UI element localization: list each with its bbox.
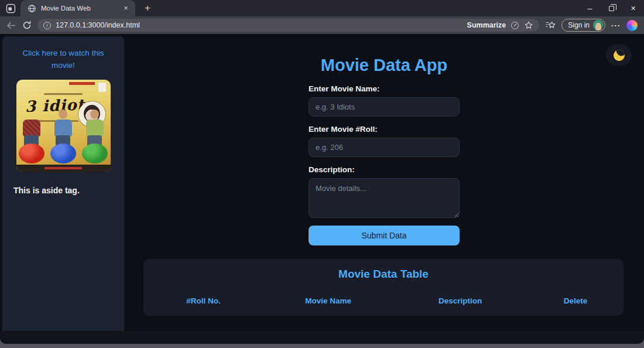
restore-icon (609, 6, 614, 11)
copilot-icon[interactable] (626, 20, 638, 31)
signin-button[interactable]: Sign in (561, 19, 605, 32)
poster-red-text-bar (69, 82, 95, 85)
site-info-icon[interactable]: i (43, 22, 51, 29)
moon-icon (612, 48, 626, 62)
page-title: Movie Data App (124, 34, 644, 75)
window-controls: – × (579, 0, 644, 16)
address-bar[interactable]: i 127.0.0.1:3000/index.html Summarize (37, 19, 539, 32)
browser-menu-icon[interactable]: ··· (611, 21, 621, 30)
profile-avatar (593, 20, 604, 30)
movie-table-panel: Movie Data Table #Roll No. Movie Name De… (143, 259, 624, 316)
movie-roll-label: Enter Movie #Roll: (309, 125, 460, 134)
poster-figure-middle (50, 110, 77, 163)
close-button[interactable]: × (622, 0, 644, 16)
table-title: Movie Data Table (143, 268, 624, 281)
movie-form: Enter Movie Name: Enter Movie #Roll: Des… (309, 84, 460, 245)
movie-poster-image: 3 idiots (16, 80, 111, 172)
page-viewport: Click here to watch this movie! 3 idiots (0, 34, 644, 344)
column-header-roll: #Roll No. (143, 296, 263, 305)
poster-figure-right (81, 110, 108, 163)
main-section: Movie Data App Enter Movie Name: Enter M… (124, 34, 644, 331)
poster-bottom-strip (16, 165, 111, 172)
tab-title: Movie Data Web (41, 5, 117, 12)
movie-name-input[interactable] (309, 97, 460, 117)
summarize-icon[interactable] (511, 22, 519, 29)
refresh-icon[interactable] (22, 21, 32, 30)
new-tab-button[interactable]: + (141, 2, 154, 15)
movie-roll-input[interactable] (309, 138, 460, 157)
back-icon[interactable] (6, 21, 16, 30)
description-textarea[interactable] (309, 178, 460, 218)
poster-studio-logo (98, 83, 106, 92)
address-bar-actions: Summarize (467, 21, 534, 30)
theme-toggle-button[interactable] (606, 44, 632, 66)
movie-name-label: Enter Movie Name: (309, 84, 460, 93)
tab-close-icon[interactable]: × (121, 4, 131, 13)
aside-caption: This is aside tag. (13, 186, 124, 195)
column-header-delete: Delete (527, 296, 624, 305)
minimize-button[interactable]: – (579, 0, 601, 16)
column-header-description: Description (393, 296, 527, 305)
tab-actions-icon[interactable] (6, 4, 16, 13)
globe-icon (28, 4, 36, 13)
browser-toolbar: i 127.0.0.1:3000/index.html Summarize Si… (0, 16, 644, 34)
browser-titlebar: Movie Data Web × + – × (0, 0, 644, 16)
page-content: Click here to watch this movie! 3 idiots (0, 34, 644, 331)
submit-button[interactable]: Submit Data (309, 226, 460, 245)
url-text[interactable]: 127.0.0.1:3000/index.html (56, 21, 140, 29)
favorites-bar-icon[interactable] (545, 21, 556, 30)
browser-tab[interactable]: Movie Data Web × (20, 0, 135, 16)
sidebar: Click here to watch this movie! 3 idiots (2, 36, 124, 331)
browser-window: Movie Data Web × + – × i 127.0.0.1:3000/… (0, 0, 644, 348)
watch-movie-link[interactable]: Click here to watch this movie! (13, 47, 114, 72)
favorite-star-icon[interactable] (524, 21, 533, 30)
column-header-name: Movie Name (263, 296, 393, 305)
restore-button[interactable] (601, 0, 622, 16)
table-header-row: #Roll No. Movie Name Description Delete (143, 296, 624, 305)
description-label: Description: (309, 165, 460, 174)
poster-figure-left (18, 119, 45, 163)
summarize-button[interactable]: Summarize (467, 21, 506, 29)
signin-label: Sign in (568, 21, 590, 29)
poster-credit-line (44, 93, 83, 95)
